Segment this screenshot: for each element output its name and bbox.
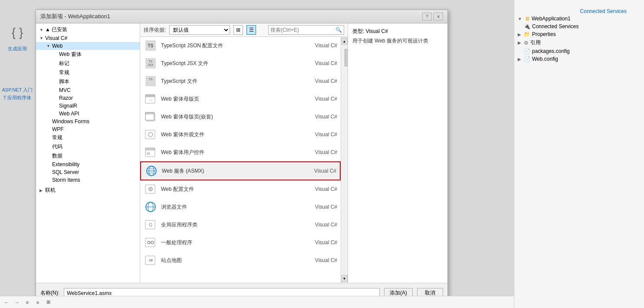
grid-view-btn[interactable]: ⊞ [233,25,243,35]
dialog-help-btn[interactable]: ? [422,13,432,20]
tree-visual-csharp[interactable]: Visual C# [36,34,140,42]
item-web-user-type: Visual C# [294,149,337,155]
item-handler-icon [144,236,158,249]
tree-online-arrow [39,188,44,193]
toolbar-detail-btn[interactable]: ≡ [33,298,43,307]
se-web-arrow: ▶ [518,57,521,62]
tree-script[interactable]: 脚本 [36,77,140,86]
toolbar-list-btn[interactable]: ≡ [23,298,32,307]
item-global-app-name: 全局应用程序类 [161,221,290,229]
item-sitemap[interactable]: 🗺 站点地图 Visual C# [140,252,341,269]
tree-web-arrow [46,44,51,48]
se-connected-services[interactable]: ▶ 🔌 Connected Services [514,23,644,30]
dialog-title: 添加新项 - WebApplication1 [40,13,110,20]
tree-rz-label: Razor [59,95,73,101]
se-root-item[interactable]: ▼ 🖥 WebApplication1 [514,15,644,23]
item-ts-jsx[interactable]: TS JSX TypeScript JSX 文件 Visual C# [140,55,341,72]
connected-services-link[interactable]: Connected Services [580,8,627,14]
se-web-config[interactable]: ▶ 📄 Web.config [514,55,644,63]
item-handler[interactable]: 一般处理程序 Visual C# [140,234,341,252]
tree-vc-label: Visual C# [45,35,67,41]
svg-rect-16 [145,148,155,151]
tree-razor[interactable]: Razor [36,94,140,102]
item-ts-file-type: Visual C# [294,78,337,84]
tree-web-forms[interactable]: Web 窗体 [36,50,140,59]
tree-data[interactable]: 数据 [36,151,140,161]
tree-signalr[interactable]: SignalR [36,102,140,110]
se-pkg-icon: 📄 [524,48,530,54]
se-properties[interactable]: ▶ 📁 Properties [514,30,644,38]
item-handler-name: 一般处理程序 [161,239,290,246]
dialog-close-btn[interactable]: ✕ [434,13,443,20]
item-ts-json-icon: TS [144,39,158,52]
tree-sr-label: SignalR [59,103,77,109]
tree-code[interactable]: 代码 [36,142,140,151]
tree-online[interactable]: 联机 [36,186,140,195]
item-browser-icon [144,200,158,214]
sort-select[interactable]: 默认值 [169,25,230,35]
item-ts-json[interactable]: TS TypeScript JSON 配置文件 Visual C# [140,37,341,55]
tree-storm-items[interactable]: Storm Items [36,176,140,184]
se-packages-config[interactable]: ▶ 📄 packages.config [514,47,644,55]
tree-winforms[interactable]: Windows Forms [36,118,140,125]
toolbar-back-btn[interactable]: ← [2,298,11,307]
search-icon[interactable]: 🔍 [335,27,342,33]
tree-wpf[interactable]: WPF [36,125,140,133]
item-sitemap-name: 站点地图 [161,257,290,264]
svg-text:⋯: ⋯ [149,99,152,102]
info-panel: 类型: Visual C# 用于创建 Web 服务的可视设计类 [348,23,447,283]
dialog-controls: ? ✕ [422,13,443,20]
tree-mvc[interactable]: MVC [36,86,140,94]
list-view-btn[interactable]: ☰ [246,25,256,35]
tree-general1[interactable]: 常规 [36,68,140,77]
solution-explorer: Connected Services ▼ 🖥 WebApplication1 ▶… [514,0,644,308]
item-browser[interactable]: 浏览器文件 Visual C# [140,198,341,216]
se-root-arrow: ▼ [518,16,522,21]
item-browser-type: Visual C# [294,204,337,210]
item-ts-file[interactable]: TS TypeScript 文件 Visual C# [140,72,341,90]
se-references[interactable]: ▶ ⚙ 引用 [514,38,644,47]
tree-code-label: 代码 [52,143,62,151]
search-input[interactable] [270,27,335,33]
scroll-up-btn[interactable]: ▲ [342,38,348,45]
item-web-config-name: Web 配置文件 [161,186,290,193]
dialog-titlebar: 添加新项 - WebApplication1 ? ✕ [36,10,447,23]
tree-extensibility[interactable]: Extensibility [36,161,140,168]
item-browser-name: 浏览器文件 [161,203,290,211]
item-web-skin[interactable]: Web 窗体外观文件 Visual C# [140,126,341,144]
item-ts-json-name: TypeScript JSON 配置文件 [161,42,290,49]
tree-mk-label: 标记 [59,60,69,67]
item-web-master-nested-type: Visual C# [294,114,337,120]
scroll-down-btn[interactable]: ▼ [342,275,348,282]
sort-label: 排序依据: [144,26,166,34]
item-web-service-name: Web 服务 (ASMX) [162,167,289,175]
item-web-user-name: Web 窗体用户控件 [161,149,290,156]
item-web-master-nested[interactable]: Web 窗体母版页(嵌套) Visual C# [140,108,341,126]
toolbar-forward-btn[interactable]: → [12,298,22,307]
item-web-config[interactable]: Web 配置文件 Visual C# [140,180,341,198]
tree-webapi[interactable]: Web API [36,110,140,118]
toolbar-grid-btn[interactable]: ⊞ [43,298,53,307]
item-web-master[interactable]: ⋯ Web 窗体母版页 Visual C# [140,90,341,108]
tree-web[interactable]: Web [36,42,140,50]
svg-text:JSX: JSX [148,63,154,66]
tree-installed[interactable]: ▼ ▲ 已安装 [36,25,140,34]
scroll-thumb[interactable] [345,49,348,66]
tree-general2[interactable]: 常规 [36,133,140,142]
item-web-service[interactable]: Web 服务 (ASMX) Visual C# [140,161,341,180]
list-scrollbar[interactable]: ▲ ▼ [341,37,348,283]
tree-online-label: 联机 [45,187,56,194]
bottom-toolbar: ← → ≡ ≡ ⊞ [0,296,514,308]
svg-text:TS: TS [148,43,154,48]
item-global-app-icon: G [144,218,158,232]
item-web-service-type: Visual C# [293,168,336,174]
tree-sql-server[interactable]: SQL Server [36,168,140,176]
tree-si-label: Storm Items [52,177,80,183]
tree-installed-arrow: ▼ [39,28,44,32]
tree-g2-label: 常规 [52,134,62,141]
list-with-scroll: TS TypeScript JSON 配置文件 Visual C# TS [140,37,348,283]
tree-sql-label: SQL Server [52,169,79,175]
item-global-app[interactable]: G 全局应用程序类 Visual C# [140,216,341,234]
tree-markup[interactable]: 标记 [36,59,140,68]
item-web-user[interactable]: Web 窗体用户控件 Visual C# [140,144,341,161]
